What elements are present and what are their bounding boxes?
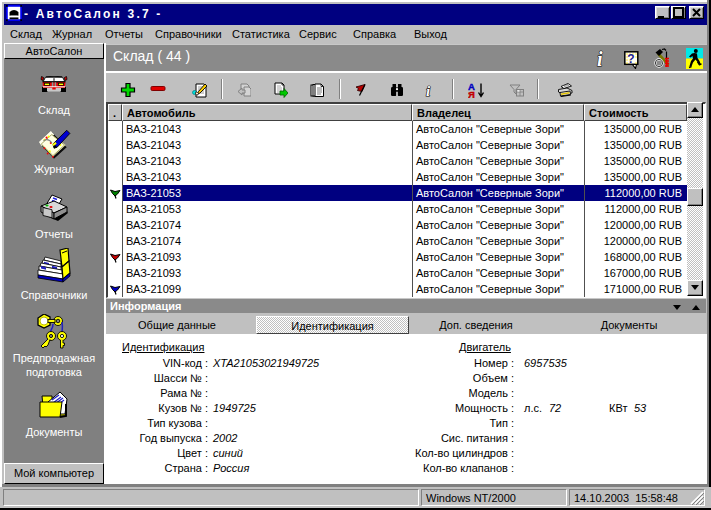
svg-text:?: ? bbox=[627, 52, 634, 66]
svg-text:i: i bbox=[597, 48, 603, 70]
svg-text:Я: Я bbox=[468, 89, 475, 98]
svg-text:i: i bbox=[426, 83, 431, 98]
